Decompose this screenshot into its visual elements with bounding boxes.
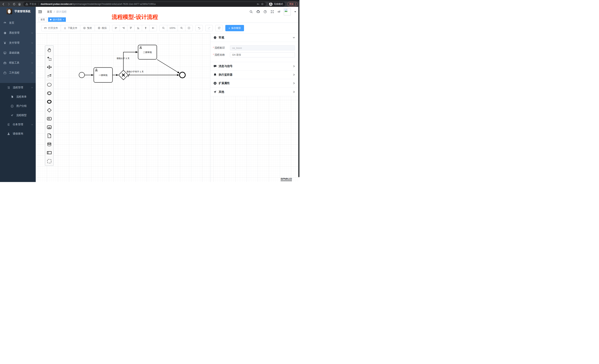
- breadcrumb-home[interactable]: 首页: [47, 10, 52, 14]
- sidebar-item-infra[interactable]: 基础设施: [0, 48, 36, 58]
- sidebar-item-task-mgmt[interactable]: 任务管理: [0, 120, 36, 129]
- browser-menu-icon[interactable]: [295, 3, 296, 5]
- redo-button[interactable]: [205, 25, 213, 31]
- flow-gateway-to-task2[interactable]: [123, 52, 138, 70]
- process-key-input[interactable]: [230, 45, 295, 51]
- section-title: 执行监听器: [219, 73, 233, 76]
- undo-button[interactable]: [195, 25, 203, 31]
- open-file-button[interactable]: 打开文件: [41, 25, 61, 31]
- align-center-button[interactable]: [142, 25, 149, 31]
- sidebar-item-workflow[interactable]: 工作流程: [0, 68, 36, 78]
- chevron-up-icon: [31, 87, 33, 89]
- align-bottom-button[interactable]: [134, 25, 142, 31]
- sidebar-item-process-mgmt[interactable]: 流程管理: [0, 83, 36, 92]
- tab-close-icon[interactable]: ×: [63, 19, 64, 21]
- condition-label-gt3[interactable]: 请假大于 3 天: [116, 57, 130, 59]
- panel-section-listeners[interactable]: 执行监听器: [210, 71, 298, 79]
- start-event[interactable]: [79, 72, 85, 78]
- panel-section-other[interactable]: 其他: [210, 88, 298, 96]
- window-scrollbar[interactable]: [298, 7, 300, 177]
- bpmn-toolbar: 打开文件 下载文件 预览 模拟: [36, 23, 300, 33]
- incognito-label: 无痕模式: [274, 3, 283, 6]
- section-title: 扩展属性: [219, 82, 230, 85]
- bookmark-star-icon[interactable]: [261, 3, 264, 6]
- browser-back-icon[interactable]: [2, 3, 5, 6]
- chevron-down-icon: [31, 52, 33, 54]
- file-button-group: 打开文件 下载文件 预览 模拟: [41, 25, 109, 31]
- workflow-submenu: 流程管理 流程表单 用户分组 流程模型 任务管理 请假: [0, 83, 36, 182]
- address-bar[interactable]: 不安全 dashboard.yudao.iocoder.cn/bpm/manag…: [23, 2, 266, 7]
- sidebar-item-label: 用户分组: [16, 104, 27, 108]
- sidebar-item-leave-query[interactable]: 请假查询: [0, 129, 36, 138]
- user-task-1[interactable]: 一级审批: [94, 68, 113, 83]
- user-task-2[interactable]: 二级审批: [138, 45, 157, 59]
- tab-design-process[interactable]: 设计流程 ×: [48, 17, 66, 22]
- app-logo: [7, 8, 12, 14]
- simulate-button[interactable]: 模拟: [95, 25, 109, 31]
- align-left-button[interactable]: [112, 25, 120, 31]
- avatar-dropdown-icon[interactable]: [294, 11, 296, 12]
- sidebar-item-devtools[interactable]: 研发工具: [0, 58, 36, 68]
- fullscreen-icon[interactable]: [271, 10, 274, 14]
- undo-icon: [198, 27, 201, 29]
- preview-button[interactable]: 预览: [80, 25, 95, 31]
- chevron-right-icon[interactable]: [293, 82, 295, 85]
- align-right-button[interactable]: [120, 25, 127, 31]
- restart-button[interactable]: [215, 25, 223, 31]
- zoom-reset-button[interactable]: [185, 25, 193, 31]
- process-name-input[interactable]: [230, 52, 295, 58]
- align-middle-button[interactable]: [149, 25, 157, 31]
- zoom-in-button[interactable]: [178, 25, 185, 31]
- chevron-right-icon[interactable]: [293, 65, 295, 68]
- chevron-up-icon: [31, 72, 33, 74]
- password-key-icon[interactable]: [256, 3, 260, 6]
- font-size-icon[interactable]: тT: [277, 10, 280, 13]
- chevron-down-icon[interactable]: [293, 36, 295, 39]
- sidebar-item-system[interactable]: 系统管理: [0, 28, 36, 38]
- tab-home[interactable]: 首页: [38, 17, 47, 22]
- section-title: 消息与信号: [219, 65, 233, 68]
- dashboard-icon: [3, 21, 7, 25]
- sidebar-item-user-group[interactable]: 用户分组: [0, 102, 36, 111]
- flow-task2-to-end[interactable]: [157, 59, 180, 73]
- url-text[interactable]: dashboard.yudao.iocoder.cn/bpm/manager/m…: [41, 3, 156, 5]
- bpmn-canvas[interactable]: 请假大于 3 天 请假小于等于 1 天 一级审批: [36, 33, 300, 182]
- zoom-out-button[interactable]: [160, 25, 167, 31]
- search-icon[interactable]: [249, 10, 253, 14]
- plus-icon: +: [229, 26, 230, 30]
- browser-toolbar: 不安全 dashboard.yudao.iocoder.cn/bpm/manag…: [0, 1, 300, 7]
- update-label[interactable]: 更新: [289, 3, 294, 6]
- chevron-right-icon[interactable]: [293, 91, 295, 93]
- sidebar-collapse-icon[interactable]: [38, 10, 42, 13]
- browser-home-icon[interactable]: [18, 3, 21, 6]
- app-logo-row[interactable]: 芋道管理系统: [0, 7, 36, 16]
- download-file-button[interactable]: 下载文件: [61, 25, 80, 31]
- browser-forward-icon[interactable]: [7, 3, 10, 6]
- avatar[interactable]: [284, 8, 291, 15]
- paper-plane-icon: [10, 114, 14, 117]
- align-top-button[interactable]: [127, 25, 134, 31]
- browser-update-button[interactable]: 更新: [287, 2, 298, 6]
- sidebar-item-label: 任务管理: [13, 123, 31, 126]
- task2-label: 二级审批: [143, 51, 152, 54]
- security-chip-label[interactable]: 不安全: [29, 3, 36, 6]
- panel-section-extensions[interactable]: 扩展属性: [210, 79, 298, 88]
- sidebar-item-home[interactable]: 首页: [0, 18, 36, 28]
- bpmn-io-logo[interactable]: BPMN.iO: [281, 177, 292, 181]
- sidebar-item-label: 支付管理: [9, 41, 31, 44]
- end-event[interactable]: [180, 72, 185, 78]
- chevron-right-icon[interactable]: [293, 74, 295, 76]
- zoom-level: 100%: [167, 25, 178, 31]
- help-icon[interactable]: [264, 10, 267, 14]
- panel-section-messages[interactable]: 消息与信号: [210, 62, 298, 71]
- properties-panel: 常规 *流程标识 *流程名称: [210, 34, 298, 182]
- sidebar-item-payment[interactable]: 支付管理: [0, 38, 36, 48]
- sidebar-item-process-model[interactable]: 流程模型: [0, 111, 36, 120]
- save-model-button[interactable]: + 保存模型: [225, 25, 244, 31]
- align-middle-vertical-icon: [152, 27, 154, 29]
- github-icon[interactable]: [256, 10, 260, 14]
- panel-section-general[interactable]: 常规: [210, 34, 298, 42]
- browser-reload-icon[interactable]: [13, 3, 16, 6]
- condition-label-le1[interactable]: 请假小于等于 1 天: [126, 71, 144, 73]
- sidebar-item-process-form[interactable]: 流程表单: [0, 92, 36, 102]
